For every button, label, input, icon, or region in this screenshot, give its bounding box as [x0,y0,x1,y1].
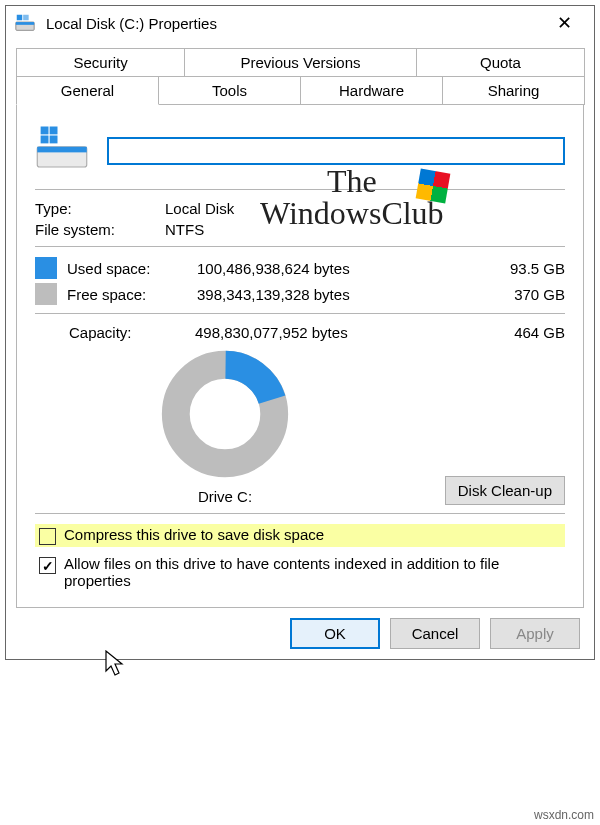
type-row: Type: Local Disk [35,200,565,217]
disk-cleanup-button[interactable]: Disk Clean-up [445,476,565,505]
drive-large-icon [35,122,89,179]
capacity-row: Capacity: 498,830,077,952 bytes 464 GB [35,324,565,341]
capacity-bytes: 498,830,077,952 bytes [195,324,475,341]
tab-security[interactable]: Security [16,48,185,77]
svg-rect-8 [41,136,49,144]
svg-rect-9 [50,136,58,144]
drive-label: Drive C: [35,488,415,505]
capacity-gb: 464 GB [475,324,565,341]
tab-sharing[interactable]: Sharing [442,77,585,105]
tab-row-2: General Tools Hardware Sharing [16,77,584,105]
separator [35,189,565,190]
general-panel: Type: Local Disk File system: NTFS Used … [16,104,584,608]
index-checkbox-row[interactable]: Allow files on this drive to have conten… [35,553,565,591]
compress-checkbox[interactable] [39,528,56,545]
svg-rect-1 [16,22,34,25]
used-bytes: 100,486,938,624 bytes [197,260,475,277]
drive-name-input[interactable] [107,137,565,165]
free-swatch-icon [35,283,57,305]
window-title: Local Disk (C:) Properties [46,15,542,32]
used-space-row: Used space: 100,486,938,624 bytes 93.5 G… [35,257,565,279]
svg-rect-3 [23,15,29,21]
close-icon[interactable]: ✕ [542,12,586,34]
type-value: Local Disk [165,200,234,217]
tab-quota[interactable]: Quota [416,48,585,77]
used-gb: 93.5 GB [475,260,565,277]
separator [35,513,565,514]
source-text: wsxdn.com [534,808,594,822]
capacity-label: Capacity: [35,324,195,341]
apply-button[interactable]: Apply [490,618,580,649]
filesystem-value: NTFS [165,221,204,238]
properties-dialog: Local Disk (C:) Properties ✕ Security Pr… [5,5,595,660]
index-label: Allow files on this drive to have conten… [64,555,561,589]
separator [35,246,565,247]
compress-checkbox-row[interactable]: Compress this drive to save disk space [35,524,565,547]
usage-donut-chart [160,349,290,479]
free-label: Free space: [67,286,197,303]
free-space-row: Free space: 398,343,139,328 bytes 370 GB [35,283,565,305]
cancel-button[interactable]: Cancel [390,618,480,649]
compress-label: Compress this drive to save disk space [64,526,324,543]
svg-rect-2 [17,15,23,21]
tab-row-1: Security Previous Versions Quota [16,48,584,77]
separator [35,313,565,314]
svg-rect-7 [50,127,58,135]
titlebar: Local Disk (C:) Properties ✕ [6,6,594,40]
type-label: Type: [35,200,165,217]
drive-icon [14,12,36,34]
tab-hardware[interactable]: Hardware [300,77,443,105]
free-bytes: 398,343,139,328 bytes [197,286,475,303]
free-gb: 370 GB [475,286,565,303]
used-swatch-icon [35,257,57,279]
ok-button[interactable]: OK [290,618,380,649]
dialog-button-bar: OK Cancel Apply [6,608,594,659]
filesystem-label: File system: [35,221,165,238]
svg-rect-5 [37,147,87,153]
tab-tools[interactable]: Tools [158,77,301,105]
used-label: Used space: [67,260,197,277]
tab-general[interactable]: General [16,76,159,105]
index-checkbox[interactable] [39,557,56,574]
filesystem-row: File system: NTFS [35,221,565,238]
tab-previous-versions[interactable]: Previous Versions [184,48,417,77]
svg-rect-6 [41,127,49,135]
